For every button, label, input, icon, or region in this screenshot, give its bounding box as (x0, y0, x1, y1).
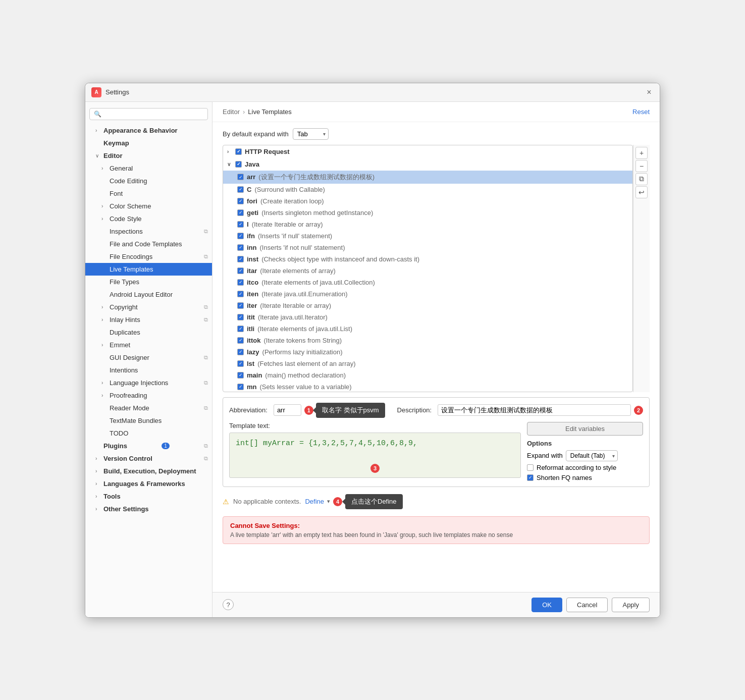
help-button[interactable]: ? (223, 599, 234, 610)
sidebar-item-gui-designer[interactable]: GUI Designer ⧉ (85, 351, 212, 364)
shorten-checkbox[interactable] (527, 474, 534, 481)
options-expand-select[interactable]: Default (Tab) Tab Enter Space (566, 450, 618, 461)
description-input[interactable] (438, 404, 631, 416)
sidebar-item-tools[interactable]: › Tools (85, 490, 212, 503)
sidebar-item-file-types[interactable]: File Types (85, 276, 212, 288)
sidebar-item-version-control[interactable]: › Version Control ⧉ (85, 452, 212, 465)
template-item-itli[interactable]: itli (Iterate elements of java.util.List… (223, 323, 632, 335)
template-item-fori[interactable]: fori (Create iteration loop) (223, 195, 632, 207)
group-http-request[interactable]: › HTTP Request (223, 145, 632, 158)
sidebar-item-plugins[interactable]: Plugins 1 ⧉ (85, 440, 212, 452)
template-item-inn[interactable]: inn (Inserts 'if not null' statement) (223, 242, 632, 253)
sidebar-item-code-editing[interactable]: Code Editing (85, 175, 212, 187)
item-checkbox[interactable] (237, 256, 244, 262)
sidebar-item-other-settings[interactable]: › Other Settings (85, 503, 212, 515)
search-input[interactable] (103, 111, 203, 118)
sidebar-item-live-templates[interactable]: Live Templates (85, 263, 212, 276)
sidebar-item-inspections[interactable]: Inspections ⧉ (85, 225, 212, 238)
apply-button[interactable]: Apply (612, 598, 650, 612)
sidebar-item-general[interactable]: › General (85, 162, 212, 175)
sidebar-item-code-style[interactable]: › Code Style (85, 212, 212, 225)
sidebar-item-intentions[interactable]: Intentions (85, 364, 212, 376)
sidebar-item-duplicates[interactable]: Duplicates (85, 326, 212, 339)
close-button[interactable]: × (645, 88, 654, 97)
item-checkbox[interactable] (237, 384, 244, 390)
sidebar-item-build-execution[interactable]: › Build, Execution, Deployment (85, 465, 212, 477)
template-item-itar[interactable]: itar (Iterate elements of array) (223, 265, 632, 277)
group-checkbox-http[interactable] (235, 148, 242, 155)
item-checkbox[interactable] (237, 372, 244, 379)
sidebar-item-keymap[interactable]: Keymap (85, 137, 212, 149)
item-checkbox[interactable] (237, 174, 244, 180)
template-item-inst[interactable]: inst (Checks object type with instanceof… (223, 253, 632, 265)
template-item-iten[interactable]: iten (Iterate java.util.Enumeration) (223, 288, 632, 300)
item-checkbox[interactable] (237, 186, 244, 193)
sidebar-item-todo[interactable]: TODO (85, 427, 212, 440)
reset-button[interactable]: Reset (632, 108, 650, 116)
copy-template-button[interactable]: ⧉ (635, 173, 648, 185)
cancel-button[interactable]: Cancel (566, 598, 608, 612)
item-checkbox[interactable] (237, 326, 244, 332)
breadcrumb-separator: › (243, 108, 245, 116)
sidebar-item-languages-frameworks[interactable]: › Languages & Frameworks (85, 477, 212, 490)
template-item-geti[interactable]: geti (Inserts singleton method getInstan… (223, 207, 632, 219)
sidebar-item-reader-mode[interactable]: Reader Mode ⧉ (85, 402, 212, 414)
sidebar-item-label: Font (110, 190, 123, 197)
arrow-icon: › (95, 468, 101, 474)
sidebar-item-appearance[interactable]: › Appearance & Behavior (85, 124, 212, 137)
search-box[interactable]: 🔍 (89, 108, 208, 120)
group-java[interactable]: ∨ Java (223, 158, 632, 171)
sidebar-item-color-scheme[interactable]: › Color Scheme (85, 200, 212, 212)
sidebar-item-android-layout-editor[interactable]: Android Layout Editor (85, 288, 212, 301)
item-checkbox[interactable] (237, 360, 244, 367)
sidebar-item-editor[interactable]: ∨ Editor (85, 149, 212, 162)
template-item-ittok[interactable]: ittok (Iterate tokens from String) (223, 335, 632, 346)
item-checkbox[interactable] (237, 209, 244, 216)
template-item-itco[interactable]: itco (Iterate elements of java.util.Coll… (223, 277, 632, 288)
expand-select[interactable]: Tab Enter Space (293, 128, 329, 140)
sidebar-item-inlay-hints[interactable]: › Inlay Hints ⧉ (85, 313, 212, 326)
template-item-iter[interactable]: iter (Iterate Iterable or array) (223, 300, 632, 311)
template-item-lst[interactable]: lst (Fetches last element of an array) (223, 358, 632, 369)
item-checkbox[interactable] (237, 221, 244, 228)
item-checkbox[interactable] (237, 337, 244, 344)
template-item-lazy[interactable]: lazy (Performs lazy initialization) (223, 346, 632, 358)
options-section: Options Expand with Default (Tab) Tab En… (527, 440, 643, 481)
template-item-arr[interactable]: arr (设置一个专门生成数组测试数据的模板) (223, 171, 632, 184)
item-checkbox[interactable] (237, 233, 244, 239)
undo-button[interactable]: ↩ (635, 186, 648, 198)
arrow-icon: › (101, 342, 108, 348)
template-item-main[interactable]: main (main() method declaration) (223, 369, 632, 381)
item-checkbox[interactable] (237, 349, 244, 355)
ok-button[interactable]: OK (531, 598, 562, 612)
sidebar-item-textmate-bundles[interactable]: TextMate Bundles (85, 414, 212, 427)
sidebar-item-file-encodings[interactable]: File Encodings ⧉ (85, 250, 212, 263)
template-item-i[interactable]: I (Iterate Iterable or array) (223, 219, 632, 230)
reformat-checkbox[interactable] (527, 464, 534, 471)
item-checkbox[interactable] (237, 314, 244, 320)
template-item-ifn[interactable]: ifn (Inserts 'if null' statement) (223, 230, 632, 242)
remove-template-button[interactable]: − (635, 160, 648, 172)
item-checkbox[interactable] (237, 244, 244, 251)
template-item-mn[interactable]: mn (Sets lesser value to a variable) (223, 381, 632, 392)
templates-list: › HTTP Request ∨ Java (223, 145, 632, 392)
sidebar-item-font[interactable]: Font (85, 187, 212, 200)
item-checkbox[interactable] (237, 279, 244, 286)
group-checkbox-java[interactable] (235, 161, 242, 168)
template-item-c[interactable]: C (Surround with Callable) (223, 184, 632, 195)
item-checkbox[interactable] (237, 291, 244, 297)
item-checkbox[interactable] (237, 198, 244, 204)
sidebar-item-emmet[interactable]: › Emmet (85, 339, 212, 351)
template-item-itit[interactable]: itit (Iterate java.util.Iterator) (223, 311, 632, 323)
sidebar-item-proofreading[interactable]: › Proofreading (85, 389, 212, 402)
abbreviation-input[interactable] (274, 404, 301, 416)
item-checkbox[interactable] (237, 302, 244, 309)
sidebar-item-language-injections[interactable]: › Language Injections ⧉ (85, 376, 212, 389)
template-key: lst (247, 360, 254, 367)
add-template-button[interactable]: + (635, 147, 648, 159)
edit-variables-button[interactable]: Edit variables (527, 422, 643, 436)
item-checkbox[interactable] (237, 267, 244, 274)
sidebar-item-file-code-templates[interactable]: File and Code Templates (85, 238, 212, 250)
sidebar-item-copyright[interactable]: › Copyright ⧉ (85, 301, 212, 313)
define-link[interactable]: Define (305, 498, 324, 505)
